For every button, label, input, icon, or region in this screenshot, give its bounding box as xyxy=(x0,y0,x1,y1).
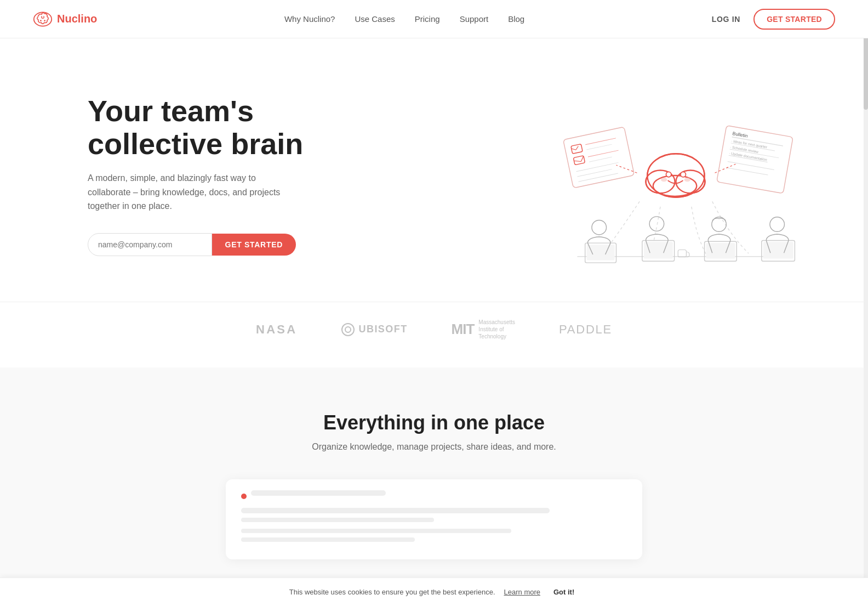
features-title: Everything in one place xyxy=(33,411,835,434)
svg-point-2 xyxy=(44,20,45,21)
ubisoft-icon xyxy=(341,323,355,336)
svg-rect-48 xyxy=(587,245,615,260)
hero-content: Your team's collective brain A modern, s… xyxy=(88,95,303,256)
svg-rect-3 xyxy=(563,127,635,188)
svg-rect-55 xyxy=(706,243,735,258)
get-started-nav-button[interactable]: GET STARTED xyxy=(753,9,835,30)
partner-paddle: paddle xyxy=(559,322,612,337)
svg-point-43 xyxy=(681,172,686,177)
svg-rect-51 xyxy=(644,242,673,258)
preview-bar-last xyxy=(241,537,415,542)
svg-point-45 xyxy=(684,178,690,182)
svg-point-42 xyxy=(666,172,671,177)
preview-bar-short xyxy=(251,490,386,496)
nav-pricing[interactable]: Pricing xyxy=(415,14,440,24)
logo-text: Nuclino xyxy=(57,13,97,25)
app-preview-card xyxy=(226,479,642,559)
svg-point-49 xyxy=(592,220,607,235)
preview-bar-medium-1 xyxy=(241,508,550,513)
hero-subtitle: A modern, simple, and blazingly fast way… xyxy=(88,171,296,213)
preview-dot xyxy=(241,494,247,499)
login-link[interactable]: LOG IN xyxy=(712,15,740,24)
nav-links: Why Nuclino? Use Cases Pricing Support B… xyxy=(284,14,524,24)
cookie-banner: This website uses cookies to ensure you … xyxy=(0,577,868,581)
nav-support[interactable]: Support xyxy=(460,14,489,24)
partner-nasa: NASA xyxy=(256,322,298,337)
svg-rect-53 xyxy=(678,250,686,257)
hero-form: GET STARTED xyxy=(88,233,296,256)
features-subtitle: Organize knowledge, manage projects, sha… xyxy=(33,442,835,452)
partner-mit: MIT MassachusettsInstitute ofTechnology xyxy=(452,319,515,340)
preview-bar-medium-2 xyxy=(241,518,434,522)
get-started-hero-button[interactable]: GET STARTED xyxy=(212,234,296,256)
logo-link[interactable]: Nuclino xyxy=(33,9,97,29)
preview-bar-long xyxy=(241,529,511,533)
logo-icon xyxy=(33,9,53,29)
features-section: Everything in one place Organize knowled… xyxy=(0,367,868,581)
nav-blog[interactable]: Blog xyxy=(508,14,524,24)
hero-title: Your team's collective brain xyxy=(88,95,303,160)
partner-ubisoft: UBISOFT xyxy=(341,323,408,336)
email-input[interactable] xyxy=(88,233,212,256)
preview-line-1 xyxy=(241,490,627,502)
navbar-actions: LOG IN GET STARTED xyxy=(712,9,835,30)
navbar: Nuclino Why Nuclino? Use Cases Pricing S… xyxy=(0,0,868,38)
hero-section: Your team's collective brain A modern, s… xyxy=(0,38,868,302)
svg-point-59 xyxy=(770,217,785,232)
hero-illustration: Bulletin · Ideas for next quarter · Sche… xyxy=(517,77,824,274)
team-cloud-illustration: Bulletin · Ideas for next quarter · Sche… xyxy=(517,77,824,274)
scrollbar-track xyxy=(864,0,868,581)
nav-why-nuclino[interactable]: Why Nuclino? xyxy=(284,14,335,24)
nav-use-cases[interactable]: Use Cases xyxy=(355,14,395,24)
svg-point-44 xyxy=(661,178,667,182)
svg-point-1 xyxy=(40,20,42,21)
partners-section: NASA UBISOFT MIT MassachusettsInstitute … xyxy=(0,302,868,367)
